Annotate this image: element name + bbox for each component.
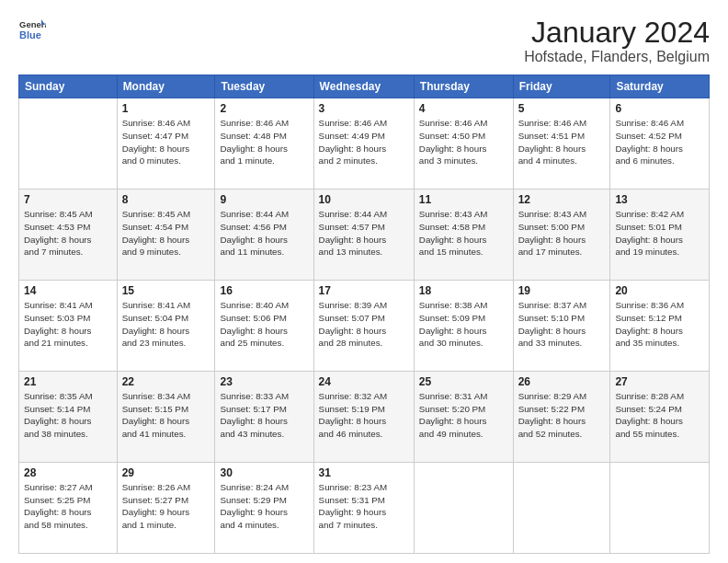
calendar-week-4: 21Sunrise: 8:35 AM Sunset: 5:14 PM Dayli… xyxy=(19,372,710,463)
day-number: 21 xyxy=(24,375,112,388)
day-info: Sunrise: 8:45 AM Sunset: 4:53 PM Dayligh… xyxy=(24,208,112,259)
table-row: 10Sunrise: 8:44 AM Sunset: 4:57 PM Dayli… xyxy=(313,190,414,281)
day-number: 7 xyxy=(24,193,112,206)
table-row: 6Sunrise: 8:46 AM Sunset: 4:52 PM Daylig… xyxy=(610,98,710,190)
table-row: 12Sunrise: 8:43 AM Sunset: 5:00 PM Dayli… xyxy=(513,190,610,281)
day-info: Sunrise: 8:44 AM Sunset: 4:57 PM Dayligh… xyxy=(319,208,409,259)
day-info: Sunrise: 8:46 AM Sunset: 4:49 PM Dayligh… xyxy=(319,117,409,167)
table-row: 22Sunrise: 8:34 AM Sunset: 5:15 PM Dayli… xyxy=(117,372,215,463)
day-info: Sunrise: 8:46 AM Sunset: 4:50 PM Dayligh… xyxy=(419,117,508,167)
day-number: 3 xyxy=(319,102,409,115)
day-info: Sunrise: 8:26 AM Sunset: 5:27 PM Dayligh… xyxy=(122,481,210,532)
day-number: 15 xyxy=(122,284,210,297)
day-info: Sunrise: 8:46 AM Sunset: 4:51 PM Dayligh… xyxy=(518,117,606,167)
col-wednesday: Wednesday xyxy=(313,75,414,98)
day-info: Sunrise: 8:42 AM Sunset: 5:01 PM Dayligh… xyxy=(615,208,704,259)
calendar-week-2: 7Sunrise: 8:45 AM Sunset: 4:53 PM Daylig… xyxy=(19,190,710,281)
day-number: 11 xyxy=(419,193,508,206)
day-info: Sunrise: 8:46 AM Sunset: 4:52 PM Dayligh… xyxy=(615,117,704,167)
day-number: 20 xyxy=(615,284,704,297)
day-info: Sunrise: 8:31 AM Sunset: 5:20 PM Dayligh… xyxy=(419,390,508,441)
day-info: Sunrise: 8:43 AM Sunset: 5:00 PM Dayligh… xyxy=(518,208,606,259)
table-row: 31Sunrise: 8:23 AM Sunset: 5:31 PM Dayli… xyxy=(313,463,414,554)
table-row: 28Sunrise: 8:27 AM Sunset: 5:25 PM Dayli… xyxy=(19,463,118,554)
main-title: January 2024 xyxy=(524,17,710,49)
day-number: 2 xyxy=(220,102,308,115)
day-info: Sunrise: 8:46 AM Sunset: 4:48 PM Dayligh… xyxy=(220,117,308,167)
day-info: Sunrise: 8:35 AM Sunset: 5:14 PM Dayligh… xyxy=(24,390,112,441)
page: General Blue January 2024 Hofstade, Flan… xyxy=(0,0,728,563)
day-info: Sunrise: 8:45 AM Sunset: 4:54 PM Dayligh… xyxy=(122,208,210,259)
header: General Blue January 2024 Hofstade, Flan… xyxy=(18,17,710,65)
table-row: 3Sunrise: 8:46 AM Sunset: 4:49 PM Daylig… xyxy=(313,98,414,190)
table-row xyxy=(610,463,710,554)
day-number: 1 xyxy=(122,102,210,115)
calendar-table: Sunday Monday Tuesday Wednesday Thursday… xyxy=(18,75,710,554)
table-row: 7Sunrise: 8:45 AM Sunset: 4:53 PM Daylig… xyxy=(19,190,118,281)
day-number: 23 xyxy=(220,375,308,388)
calendar-week-3: 14Sunrise: 8:41 AM Sunset: 5:03 PM Dayli… xyxy=(19,281,710,372)
day-info: Sunrise: 8:37 AM Sunset: 5:10 PM Dayligh… xyxy=(518,299,606,350)
table-row: 25Sunrise: 8:31 AM Sunset: 5:20 PM Dayli… xyxy=(414,372,513,463)
table-row: 1Sunrise: 8:46 AM Sunset: 4:47 PM Daylig… xyxy=(117,98,215,190)
table-row: 8Sunrise: 8:45 AM Sunset: 4:54 PM Daylig… xyxy=(117,190,215,281)
title-block: January 2024 Hofstade, Flanders, Belgium xyxy=(524,17,710,65)
table-row: 9Sunrise: 8:44 AM Sunset: 4:56 PM Daylig… xyxy=(215,190,313,281)
header-row: Sunday Monday Tuesday Wednesday Thursday… xyxy=(19,75,710,98)
day-number: 4 xyxy=(419,102,508,115)
table-row: 5Sunrise: 8:46 AM Sunset: 4:51 PM Daylig… xyxy=(513,98,610,190)
table-row: 18Sunrise: 8:38 AM Sunset: 5:09 PM Dayli… xyxy=(414,281,513,372)
day-number: 26 xyxy=(518,375,606,388)
table-row: 19Sunrise: 8:37 AM Sunset: 5:10 PM Dayli… xyxy=(513,281,610,372)
day-number: 31 xyxy=(319,466,409,479)
day-info: Sunrise: 8:33 AM Sunset: 5:17 PM Dayligh… xyxy=(220,390,308,441)
table-row: 16Sunrise: 8:40 AM Sunset: 5:06 PM Dayli… xyxy=(215,281,313,372)
logo: General Blue xyxy=(18,17,46,42)
day-number: 18 xyxy=(419,284,508,297)
table-row: 27Sunrise: 8:28 AM Sunset: 5:24 PM Dayli… xyxy=(610,372,710,463)
calendar-header: Sunday Monday Tuesday Wednesday Thursday… xyxy=(19,75,710,98)
calendar-week-1: 1Sunrise: 8:46 AM Sunset: 4:47 PM Daylig… xyxy=(19,98,710,190)
day-info: Sunrise: 8:41 AM Sunset: 5:04 PM Dayligh… xyxy=(122,299,210,350)
day-number: 24 xyxy=(319,375,409,388)
table-row: 4Sunrise: 8:46 AM Sunset: 4:50 PM Daylig… xyxy=(414,98,513,190)
day-info: Sunrise: 8:43 AM Sunset: 4:58 PM Dayligh… xyxy=(419,208,508,259)
table-row xyxy=(513,463,610,554)
day-info: Sunrise: 8:46 AM Sunset: 4:47 PM Dayligh… xyxy=(122,117,210,167)
day-info: Sunrise: 8:24 AM Sunset: 5:29 PM Dayligh… xyxy=(220,481,308,532)
day-number: 6 xyxy=(615,102,704,115)
day-number: 5 xyxy=(518,102,606,115)
day-info: Sunrise: 8:40 AM Sunset: 5:06 PM Dayligh… xyxy=(220,299,308,350)
col-friday: Friday xyxy=(513,75,610,98)
table-row: 20Sunrise: 8:36 AM Sunset: 5:12 PM Dayli… xyxy=(610,281,710,372)
table-row: 13Sunrise: 8:42 AM Sunset: 5:01 PM Dayli… xyxy=(610,190,710,281)
day-number: 14 xyxy=(24,284,112,297)
subtitle: Hofstade, Flanders, Belgium xyxy=(524,49,710,65)
day-number: 27 xyxy=(615,375,704,388)
table-row: 11Sunrise: 8:43 AM Sunset: 4:58 PM Dayli… xyxy=(414,190,513,281)
day-number: 19 xyxy=(518,284,606,297)
table-row xyxy=(414,463,513,554)
day-number: 12 xyxy=(518,193,606,206)
table-row xyxy=(19,98,118,190)
col-sunday: Sunday xyxy=(19,75,118,98)
day-number: 8 xyxy=(122,193,210,206)
day-info: Sunrise: 8:36 AM Sunset: 5:12 PM Dayligh… xyxy=(615,299,704,350)
logo-icon: General Blue xyxy=(18,17,46,42)
svg-text:Blue: Blue xyxy=(19,29,41,40)
day-number: 9 xyxy=(220,193,308,206)
day-number: 22 xyxy=(122,375,210,388)
day-number: 29 xyxy=(122,466,210,479)
table-row: 14Sunrise: 8:41 AM Sunset: 5:03 PM Dayli… xyxy=(19,281,118,372)
col-saturday: Saturday xyxy=(610,75,710,98)
day-info: Sunrise: 8:28 AM Sunset: 5:24 PM Dayligh… xyxy=(615,390,704,441)
day-info: Sunrise: 8:34 AM Sunset: 5:15 PM Dayligh… xyxy=(122,390,210,441)
table-row: 15Sunrise: 8:41 AM Sunset: 5:04 PM Dayli… xyxy=(117,281,215,372)
day-info: Sunrise: 8:39 AM Sunset: 5:07 PM Dayligh… xyxy=(319,299,409,350)
day-number: 25 xyxy=(419,375,508,388)
day-info: Sunrise: 8:44 AM Sunset: 4:56 PM Dayligh… xyxy=(220,208,308,259)
day-number: 28 xyxy=(24,466,112,479)
col-thursday: Thursday xyxy=(414,75,513,98)
table-row: 21Sunrise: 8:35 AM Sunset: 5:14 PM Dayli… xyxy=(19,372,118,463)
table-row: 2Sunrise: 8:46 AM Sunset: 4:48 PM Daylig… xyxy=(215,98,313,190)
